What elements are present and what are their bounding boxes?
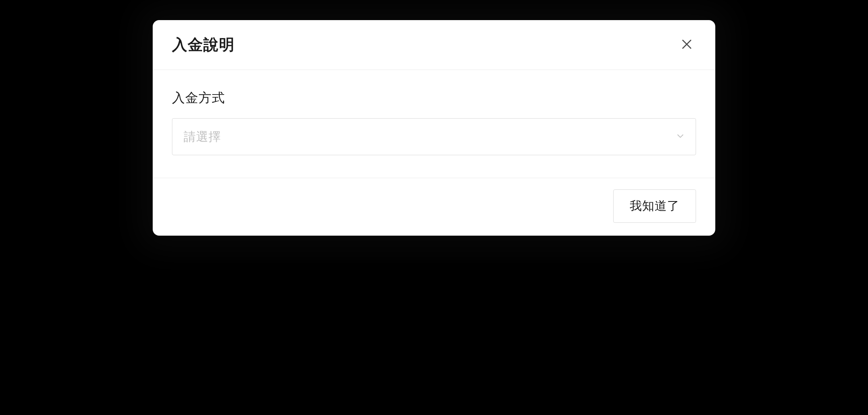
deposit-instructions-modal: 入金說明 入金方式 請選擇 我知道了 bbox=[153, 20, 715, 236]
deposit-method-label: 入金方式 bbox=[172, 89, 696, 107]
confirm-button[interactable]: 我知道了 bbox=[613, 189, 696, 223]
modal-body: 入金方式 請選擇 bbox=[153, 70, 715, 178]
confirm-button-label: 我知道了 bbox=[630, 199, 680, 212]
close-button[interactable] bbox=[678, 35, 696, 55]
deposit-method-select[interactable]: 請選擇 bbox=[172, 118, 696, 155]
modal-footer: 我知道了 bbox=[153, 178, 715, 236]
modal-header: 入金說明 bbox=[153, 20, 715, 70]
modal-title: 入金說明 bbox=[172, 35, 235, 55]
close-icon bbox=[681, 38, 693, 51]
select-placeholder: 請選擇 bbox=[184, 129, 221, 145]
deposit-method-select-wrapper: 請選擇 bbox=[172, 118, 696, 155]
